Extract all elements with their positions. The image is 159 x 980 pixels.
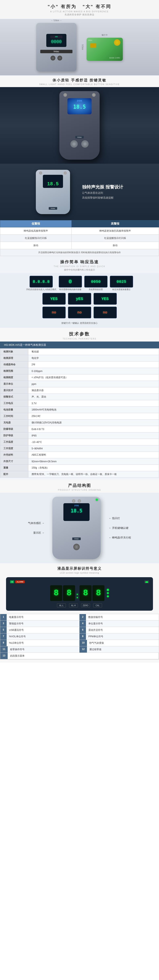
sd-sensor-r	[64, 171, 67, 175]
lcd-label-3: 高低警报值设置	[89, 288, 103, 291]
lcd-bl-al-l: AL-L	[57, 603, 66, 608]
lcd-bottom-labels-row: AL-L AL-H ZERO CAL	[10, 603, 149, 608]
tcell-desc-5: USB通讯符号	[7, 627, 79, 633]
param-label-6: 显示技术	[0, 387, 28, 394]
param-value-6: 液晶显示器	[28, 387, 159, 394]
param-row-18: 重量150g（含电池）	[0, 465, 159, 471]
sds-btn[interactable]	[73, 544, 80, 550]
tcell-desc-4: 单位显示符号	[86, 620, 159, 627]
tcell-12: 12 通过校零值	[80, 646, 159, 653]
lcd-displays-section: 8.8.8.8 开机后仪器首先进入人机校正模式 0 有些需要特殊的操作按键 00…	[0, 273, 159, 328]
tcell-num-5: 5	[0, 627, 7, 633]
param-label-5: 显示单位	[0, 381, 28, 387]
param-value-13: IP65	[28, 433, 159, 439]
tcell-desc-1: 电量显示符号	[7, 614, 79, 620]
alarm-row-3-high: 振动	[71, 242, 159, 249]
param-label-7: 报警形式	[0, 394, 28, 400]
op-sub: 操作中任何步骤均有人性化提示	[0, 268, 159, 271]
operation-title-section: 操作简单 响应迅速 THE OPERATION IS SIMPLE AND QU…	[0, 256, 159, 273]
struct-label-power: ← 开机键/确认键	[109, 526, 131, 530]
param-value-16: ABS工程塑料	[28, 452, 159, 458]
sound-sub1: 让气体浓度在达到	[82, 191, 123, 195]
btn-1[interactable]	[50, 56, 55, 60]
param-row-17: 外形尺寸92mm×58mm×28.5mm	[0, 458, 159, 465]
hs-dials	[71, 140, 88, 148]
tcell-11: 11 校零操作符号	[0, 646, 80, 653]
param-label-4: 检测精度	[0, 374, 28, 381]
sd-sensor-l	[39, 171, 42, 175]
param-row-15: 工作湿度5~90%RH	[0, 445, 159, 452]
lcd-screen-2: 0	[59, 276, 82, 288]
sound-title: 独特声光振 报警设计	[82, 184, 123, 190]
param-row-3: 检测范围0-100ppm	[0, 368, 159, 374]
tcell-num-13: 13	[0, 653, 8, 659]
param-value-18: 150g（含电池）	[28, 465, 159, 471]
sds-screen: PPM 18.5	[63, 503, 90, 521]
param-row-10: 工作时间250小时	[0, 413, 159, 420]
side-indicators	[107, 589, 109, 597]
lcd-sym-indicators: S ALARM	[10, 581, 25, 583]
credit-card: BANK CARD VISA	[87, 38, 123, 61]
param-row-4: 检测精度< ±5%(F.S)（低浓度传感器可选）	[0, 374, 159, 381]
params-model-header: HG-MDK-H/S是一种单气体检测仪器	[0, 342, 159, 348]
alarm-footer-note: 开启报警后蜂鸣灯光和振动的同时附加显示 同时检测到高低报警优先执行高报警动作	[0, 249, 159, 256]
param-value-5: ppm	[28, 381, 159, 387]
device-screen: PPM 0000	[46, 34, 66, 47]
sd-logo: hhdaz	[49, 207, 57, 210]
card-top-text: VISA	[88, 39, 92, 41]
alarm-comparison-table: 低警报 高警报 蜂鸣器低高频率报警声 蜂鸣器更加激烈高频率报警声 红蓝提醒指示灯…	[0, 220, 159, 256]
side-dot-1	[107, 589, 109, 591]
sd-screen: 18.5	[43, 175, 63, 188]
tcell-4: 4 单位显示符号	[80, 620, 159, 627]
op-title-cn: 操作简单 响应迅速	[0, 259, 159, 265]
card-chip	[90, 43, 96, 48]
struct-labels-right: ← 指示灯 ← 开机键/确认键 ← 蜂鸣器/开关行程	[109, 517, 131, 539]
body-quality-section: 体小质轻 手感舒适 按键灵敏 SMALL LIGHT HAND FEEL COM…	[0, 75, 159, 87]
param-row-7: 报警形式声、光、震动	[0, 394, 159, 400]
btn-2[interactable]	[57, 56, 62, 60]
lcd-digit-8-4: 8	[92, 585, 104, 601]
card-compare-label: 银行卡	[87, 33, 123, 37]
lcd-bl-al-h: AL-H	[69, 603, 78, 608]
lcd-screen-1: 8.8.8.8	[30, 276, 53, 288]
param-value-12: ExIb II B T3	[28, 426, 159, 433]
tcell-1: 1 电量显示符号	[0, 614, 80, 620]
lcd-digit-8-1: 8	[50, 585, 62, 601]
lcd-screen-yes-3: YES	[94, 293, 117, 305]
tcell-desc-7: %VOL单位符号	[7, 633, 79, 640]
lcd-cell-yes-1: YES	[43, 293, 66, 305]
credit-card-comparison: 银行卡 BANK CARD VISA	[87, 33, 123, 61]
lcd-cell-1: 8.8.8.8 开机后仪器首先进入人机校正模式	[26, 276, 57, 291]
param-label-9: 电池容量	[0, 407, 28, 413]
alarm-header-high: 高警报	[71, 220, 159, 228]
lcd-meaning-table-wrapper: 1 电量显示符号 2 数据传输符号 3 警报提示符号 4 单位显示符号 5	[0, 612, 159, 663]
lcd-sym-title-en: LCD screen logo symbol meaning	[2, 571, 157, 574]
hs-sensor-l	[63, 93, 67, 97]
tcell-desc-13: 此段显示菜单	[8, 653, 159, 659]
device-logo: hhdaz	[40, 50, 72, 53]
lcd-cell-2: 0 有些需要特殊的操作按键	[59, 276, 82, 291]
param-label-14: 工作温度	[0, 439, 28, 445]
tcell-num-7: 7	[0, 633, 7, 640]
lcd-cell-yes-3: YES	[94, 293, 117, 305]
tech-title-wrapper: 技术参数 TECHNICAL PARAMETERS	[0, 328, 159, 342]
alarm-row-1-high: 蜂鸣器更加激烈高频率报警声	[71, 228, 159, 235]
hand-device-section: PPM 18.5 hhdaz	[0, 87, 159, 164]
struct-label-sensor: 气体传感区 →	[28, 521, 44, 525]
struct-label-indicator: ← 指示灯	[109, 517, 131, 520]
param-label-12: 防爆等级	[0, 426, 28, 433]
lcd-cell-no-3: no	[94, 307, 117, 318]
lcd-screen-no-3: no	[94, 307, 117, 318]
tcell-6: 6 震动开启符号	[80, 627, 159, 633]
param-label-18: 重量	[0, 465, 28, 471]
lcd-label-1: 开机后仪器首先进入人机校正模式	[26, 288, 57, 291]
param-label-10: 工作时间	[0, 413, 28, 420]
param-row-8: 工作电压3.7V	[0, 400, 159, 407]
lcd-symbol-section: 液晶显示屏标识符号意义 LCD screen logo symbol meani…	[0, 563, 159, 663]
device-card-comparison: PPM 0000 hhdaz	[36, 23, 77, 72]
lcd-screen-yes-2: yES	[68, 293, 91, 305]
tcell-num-8: 8	[80, 633, 86, 640]
param-label-1: 检测原理	[0, 355, 28, 361]
param-row-16: 外壳材料ABS工程塑料	[0, 452, 159, 458]
param-label-11: 充电器	[0, 420, 28, 426]
